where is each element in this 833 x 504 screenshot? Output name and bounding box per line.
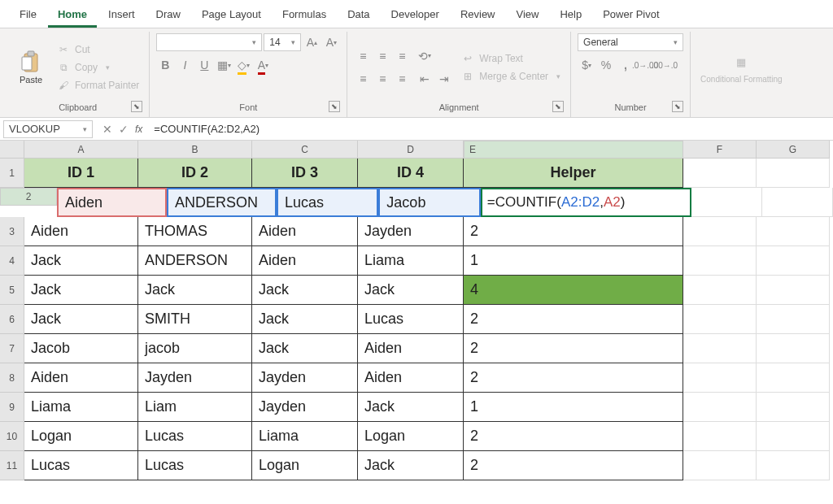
col-header-G[interactable]: G xyxy=(757,141,830,159)
row-header-8[interactable]: 8 xyxy=(0,363,24,393)
row-header-10[interactable]: 10 xyxy=(0,422,24,451)
cell-D2[interactable]: Jacob xyxy=(378,188,480,217)
increase-font-button[interactable]: A▴ xyxy=(303,33,321,51)
dialog-launcher-icon[interactable]: ⬊ xyxy=(131,101,142,112)
row-header-5[interactable]: 5 xyxy=(0,276,24,305)
cell-E11[interactable]: 2 xyxy=(464,451,683,480)
percent-button[interactable]: % xyxy=(597,56,615,74)
decrease-indent-button[interactable]: ⇤ xyxy=(416,70,434,88)
paste-button[interactable]: Paste xyxy=(13,33,49,101)
col-header-C[interactable]: C xyxy=(252,141,358,159)
cell-B5[interactable]: Jack xyxy=(138,276,252,305)
number-format-select[interactable]: General▾ xyxy=(578,33,683,51)
cell-G3[interactable] xyxy=(757,217,830,246)
tab-insert[interactable]: Insert xyxy=(98,3,145,28)
formula-input[interactable]: =COUNTIF(A2:D2,A2) xyxy=(149,121,833,137)
col-header-D[interactable]: D xyxy=(358,141,464,159)
cell-G9[interactable] xyxy=(757,393,830,422)
cell-E8[interactable]: 2 xyxy=(464,363,683,393)
decrease-decimal-button[interactable]: .00→.0 xyxy=(656,56,674,74)
cell-D10[interactable]: Logan xyxy=(358,422,464,451)
decrease-font-button[interactable]: A▾ xyxy=(322,33,340,51)
copy-button[interactable]: ⧉Copy▾ xyxy=(54,59,142,76)
cell-D6[interactable]: Lucas xyxy=(358,305,464,334)
dialog-launcher-icon[interactable]: ⬊ xyxy=(672,101,683,112)
cell-D8[interactable]: Aiden xyxy=(358,363,464,393)
cell-C3[interactable]: Aiden xyxy=(252,217,358,246)
fx-button[interactable]: fx xyxy=(135,124,142,135)
wrap-text-button[interactable]: ↩Wrap Text xyxy=(458,50,564,67)
fill-color-button[interactable]: ◇▾ xyxy=(234,56,252,74)
cell-G10[interactable] xyxy=(757,422,830,451)
cell-D4[interactable]: Liama xyxy=(358,246,464,276)
tab-formulas[interactable]: Formulas xyxy=(273,3,336,28)
cell-C8[interactable]: Jayden xyxy=(252,363,358,393)
row-header-9[interactable]: 9 xyxy=(0,393,24,422)
font-color-button[interactable]: A▾ xyxy=(254,56,272,74)
cell-G11[interactable] xyxy=(757,451,830,480)
cell-A8[interactable]: Aiden xyxy=(24,363,138,393)
tab-developer[interactable]: Developer xyxy=(382,3,449,28)
bold-button[interactable]: B xyxy=(156,56,174,74)
merge-center-button[interactable]: ⊞Merge & Center▾ xyxy=(458,68,564,85)
cell-D1[interactable]: ID 4 xyxy=(358,159,464,188)
cell-A10[interactable]: Logan xyxy=(24,422,138,451)
cell-F9[interactable] xyxy=(683,393,757,422)
cell-C7[interactable]: Jack xyxy=(252,334,358,363)
cell-E9[interactable]: 1 xyxy=(464,393,683,422)
cell-A9[interactable]: Liama xyxy=(24,393,138,422)
cell-B6[interactable]: SMITH xyxy=(138,305,252,334)
tab-power-pivot[interactable]: Power Pivot xyxy=(593,3,669,28)
cell-C6[interactable]: Jack xyxy=(252,305,358,334)
accept-formula-button[interactable]: ✓ xyxy=(119,123,129,136)
italic-button[interactable]: I xyxy=(176,56,194,74)
cell-D5[interactable]: Jack xyxy=(358,276,464,305)
cell-C4[interactable]: Aiden xyxy=(252,246,358,276)
align-bottom-button[interactable]: ≡ xyxy=(393,47,411,65)
cell-B11[interactable]: Lucas xyxy=(138,451,252,480)
col-header-E[interactable]: E xyxy=(464,141,683,159)
cell-E1[interactable]: Helper xyxy=(464,159,683,188)
cell-F7[interactable] xyxy=(683,334,757,363)
cell-F2[interactable] xyxy=(691,188,762,217)
cell-F6[interactable] xyxy=(683,305,757,334)
cell-G1[interactable] xyxy=(757,159,830,188)
align-left-button[interactable]: ≡ xyxy=(354,70,372,88)
cell-D11[interactable]: Jack xyxy=(358,451,464,480)
cell-E7[interactable]: 2 xyxy=(464,334,683,363)
cell-B7[interactable]: jacob xyxy=(138,334,252,363)
underline-button[interactable]: U xyxy=(195,56,213,74)
row-header-7[interactable]: 7 xyxy=(0,334,24,363)
cut-button[interactable]: ✂Cut xyxy=(54,41,142,58)
cell-E6[interactable]: 2 xyxy=(464,305,683,334)
cell-G2[interactable] xyxy=(762,188,833,217)
cell-B3[interactable]: THOMAS xyxy=(138,217,252,246)
cell-F5[interactable] xyxy=(683,276,757,305)
cancel-formula-button[interactable]: ✕ xyxy=(102,123,112,136)
select-all-corner[interactable] xyxy=(0,141,24,159)
cell-A4[interactable]: Jack xyxy=(24,246,138,276)
tab-help[interactable]: Help xyxy=(550,3,591,28)
cell-B2[interactable]: ANDERSON xyxy=(167,188,277,217)
row-header-6[interactable]: 6 xyxy=(0,305,24,334)
cell-C11[interactable]: Logan xyxy=(252,451,358,480)
align-top-button[interactable]: ≡ xyxy=(354,47,372,65)
tab-view[interactable]: View xyxy=(507,3,549,28)
cell-C9[interactable]: Jayden xyxy=(252,393,358,422)
font-size-select[interactable]: 14▾ xyxy=(264,33,301,51)
align-middle-button[interactable]: ≡ xyxy=(373,47,391,65)
row-header-11[interactable]: 11 xyxy=(0,451,24,480)
cell-E5[interactable]: 4 xyxy=(464,276,683,305)
cell-G8[interactable] xyxy=(757,363,830,393)
row-header-4[interactable]: 4 xyxy=(0,246,24,276)
row-header-2[interactable]: 2 xyxy=(0,188,57,206)
cell-D7[interactable]: Aiden xyxy=(358,334,464,363)
cell-F1[interactable] xyxy=(683,159,757,188)
cell-A7[interactable]: Jacob xyxy=(24,334,138,363)
col-header-B[interactable]: B xyxy=(138,141,252,159)
tab-file[interactable]: File xyxy=(10,3,46,28)
row-header-3[interactable]: 3 xyxy=(0,217,24,246)
cell-B1[interactable]: ID 2 xyxy=(138,159,252,188)
cell-A11[interactable]: Lucas xyxy=(24,451,138,480)
cell-C2[interactable]: Lucas xyxy=(277,188,378,217)
